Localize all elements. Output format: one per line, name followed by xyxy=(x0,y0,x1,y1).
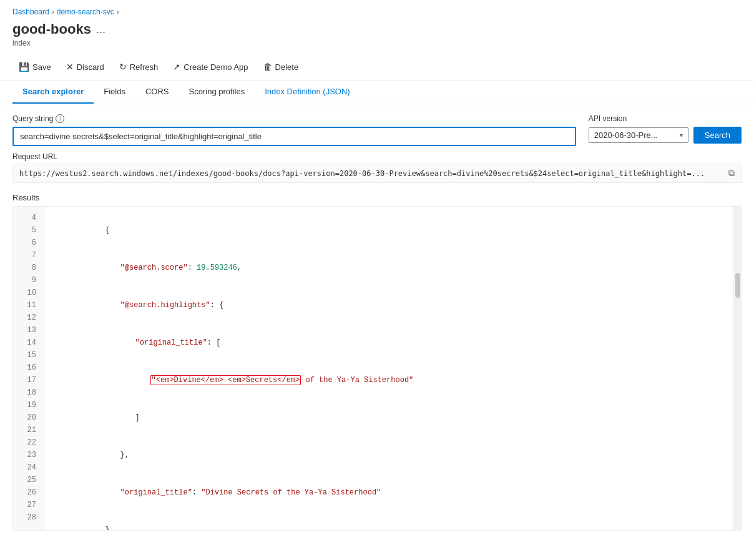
create-demo-icon: ↗ xyxy=(173,62,180,72)
query-string-group: Query string i xyxy=(12,114,576,146)
code-line-9: ] xyxy=(54,399,733,436)
chevron-down-icon: ▾ xyxy=(680,132,683,139)
breadcrumb-dashboard[interactable]: Dashboard xyxy=(12,7,49,16)
tab-search-explorer[interactable]: Search explorer xyxy=(12,81,94,104)
request-url-value: https://westus2.search.windows.net/index… xyxy=(19,169,723,178)
tab-scoring-profiles[interactable]: Scoring profiles xyxy=(179,81,255,104)
page-title-menu[interactable]: ... xyxy=(96,23,105,36)
save-icon: 💾 xyxy=(19,62,29,72)
breadcrumb-service[interactable]: demo-search-svc xyxy=(57,7,114,16)
api-version-value: 2020-06-30-Pre... xyxy=(594,130,658,140)
tab-bar: Search explorer Fields CORS Scoring prof… xyxy=(0,81,754,104)
api-version-group: API version 2020-06-30-Pre... ▾ Search xyxy=(589,114,742,144)
query-input-row xyxy=(12,127,576,146)
search-button[interactable]: Search xyxy=(693,127,742,144)
code-line-11: "original_title": "Divine Secrets of the… xyxy=(54,474,733,511)
query-string-label: Query string i xyxy=(12,114,576,123)
results-label: Results xyxy=(12,193,742,202)
code-line-12: }, xyxy=(54,511,733,530)
code-line-5: "@search.score": 19.593246, xyxy=(54,249,733,287)
request-url-bar: https://westus2.search.windows.net/index… xyxy=(12,164,742,183)
discard-icon: ✕ xyxy=(66,62,74,72)
code-content: { "@search.score": 19.593246, "@search.h… xyxy=(44,207,733,530)
save-button[interactable]: 💾 Save xyxy=(12,59,57,75)
code-line-8: "<em>Divine</em> <em>Secrets</em> of the… xyxy=(54,361,733,399)
code-line-4: { xyxy=(54,212,733,249)
tab-cors[interactable]: CORS xyxy=(135,81,179,104)
api-version-label: API version xyxy=(589,114,742,123)
page-title: good-books xyxy=(12,21,91,37)
code-line-10: }, xyxy=(54,436,733,474)
main-content: Query string i API version 2020-06-30-Pr… xyxy=(0,104,754,541)
api-version-select[interactable]: 2020-06-30-Pre... ▾ xyxy=(589,127,688,143)
request-url-section: Request URL https://westus2.search.windo… xyxy=(12,152,742,183)
discard-button[interactable]: ✕ Discard xyxy=(60,59,110,75)
refresh-icon: ↻ xyxy=(119,62,127,72)
breadcrumb: Dashboard › demo-search-svc › xyxy=(0,0,754,19)
tab-fields[interactable]: Fields xyxy=(94,81,135,104)
toolbar: 💾 Save ✕ Discard ↻ Refresh ↗ Create Demo… xyxy=(0,54,754,81)
highlight-1: "<em>Divine</em> <em>Secrets</em> xyxy=(150,375,301,385)
refresh-button[interactable]: ↻ Refresh xyxy=(113,59,165,75)
request-url-label: Request URL xyxy=(12,152,742,161)
scrollbar-thumb[interactable] xyxy=(735,273,740,298)
create-demo-app-button[interactable]: ↗ Create Demo App xyxy=(167,59,254,75)
results-container: 4 5 6 7 8 9 10 11 12 13 14 15 16 17 18 1… xyxy=(12,206,742,531)
tab-index-definition[interactable]: Index Definition (JSON) xyxy=(255,81,360,104)
scrollbar[interactable] xyxy=(733,207,741,530)
delete-icon: 🗑 xyxy=(263,62,272,72)
code-line-6: "@search.highlights": { xyxy=(54,287,733,324)
query-form-row: Query string i API version 2020-06-30-Pr… xyxy=(12,114,742,146)
copy-url-icon[interactable]: ⧉ xyxy=(728,168,735,179)
code-line-7: "original_title": [ xyxy=(54,324,733,361)
query-input[interactable] xyxy=(12,127,576,146)
line-numbers: 4 5 6 7 8 9 10 11 12 13 14 15 16 17 18 1… xyxy=(13,207,44,530)
page-title-row: good-books ... xyxy=(0,19,754,39)
page-subtitle: index xyxy=(0,39,754,54)
delete-button[interactable]: 🗑 Delete xyxy=(257,59,305,75)
query-string-info-icon[interactable]: i xyxy=(56,114,64,123)
